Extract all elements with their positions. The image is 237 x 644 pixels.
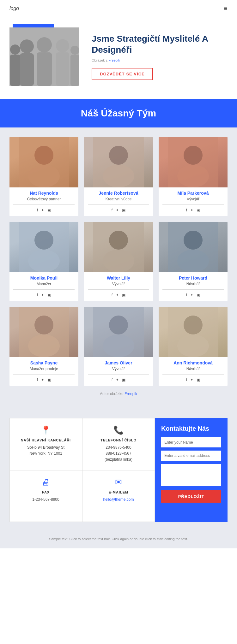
svg-rect-25: [103, 250, 134, 272]
twitter-icon[interactable]: ✦: [190, 293, 193, 297]
contact-name-input[interactable]: [161, 437, 221, 447]
svg-point-5: [56, 39, 69, 52]
team-member-role: Vývojář: [159, 197, 228, 201]
contact-info-grid: 📍 NAŠÍ HLAVNÍ KANCELÁŘI SoHo 94 Broadway…: [9, 418, 155, 522]
team-member-photo: [159, 137, 228, 187]
hamburger-icon[interactable]: ≡: [223, 4, 228, 13]
team-card: Míla Parkerová Vývojář f ✦ ▣: [159, 137, 228, 216]
contact-box-title: TELEFONNÍ ČÍSLO: [88, 438, 149, 442]
contact-box-icon: 📍: [15, 425, 77, 435]
facebook-icon[interactable]: f: [186, 378, 187, 382]
logo: logo: [9, 6, 19, 11]
svg-point-24: [109, 231, 128, 250]
instagram-icon[interactable]: ▣: [122, 208, 125, 212]
instagram-icon[interactable]: ▣: [122, 293, 125, 297]
team-member-name: Walter Lilly: [87, 275, 150, 281]
team-member-name: James Oliver: [87, 360, 150, 365]
contact-submit-button[interactable]: PŘEDLOŽIT: [161, 490, 221, 503]
instagram-icon[interactable]: ▣: [47, 293, 51, 297]
team-member-name: Ann Richmondová: [161, 360, 225, 365]
svg-rect-8: [10, 55, 20, 86]
svg-rect-19: [177, 165, 209, 187]
team-card-divider: [162, 374, 224, 375]
twitter-icon[interactable]: ✦: [116, 378, 119, 382]
svg-rect-34: [103, 334, 134, 357]
team-member-name: Monika Pouli: [12, 275, 76, 281]
twitter-icon[interactable]: ✦: [41, 378, 44, 382]
contact-email-input[interactable]: [161, 451, 221, 461]
team-card-divider: [88, 289, 149, 290]
team-card: Ann Richmondová Návrhář f ✦ ▣: [159, 307, 228, 386]
twitter-icon[interactable]: ✦: [190, 378, 193, 382]
hero-photo: [9, 27, 79, 86]
team-card-divider: [162, 289, 224, 290]
hero-source-link[interactable]: Freepik: [108, 58, 120, 62]
contact-box-icon: 📞: [88, 425, 149, 435]
svg-rect-4: [37, 52, 52, 86]
contact-info-box: ✉ E-MAILEM hello@theme.com: [82, 470, 155, 522]
contact-box-icon: 🖨: [15, 477, 77, 487]
hero-title: Jsme Strategičtí Myslitelé A Designéři: [92, 33, 228, 55]
twitter-icon[interactable]: ✦: [41, 208, 44, 212]
svg-point-27: [184, 231, 203, 250]
facebook-icon[interactable]: f: [112, 378, 112, 382]
contact-box-text: hello@theme.com: [88, 497, 149, 503]
instagram-icon[interactable]: ▣: [197, 208, 200, 212]
contact-section: 📍 NAŠÍ HLAVNÍ KANCELÁŘI SoHo 94 Broadway…: [0, 409, 237, 531]
team-section-title: Náš Úžasný Tým: [0, 108, 237, 127]
contact-box-text: SoHo 94 Broadway StNew York, NY 1001: [15, 445, 77, 457]
svg-point-21: [34, 231, 53, 250]
team-card-socials: f ✦ ▣: [9, 293, 78, 297]
contact-message-input[interactable]: [161, 464, 221, 486]
team-card-divider: [88, 204, 149, 205]
instagram-icon[interactable]: ▣: [197, 378, 200, 382]
facebook-icon[interactable]: f: [37, 378, 38, 382]
team-member-photo: [84, 137, 153, 187]
facebook-icon[interactable]: f: [37, 208, 38, 212]
team-member-role: Návrhář: [159, 282, 228, 286]
contact-info-box: 🖨 FAX 1-234-567-8900: [9, 470, 82, 522]
team-credit-link[interactable]: Freepik: [125, 392, 137, 396]
contact-form-title: Kontaktujte Nás: [161, 425, 221, 432]
svg-rect-31: [28, 334, 60, 357]
team-section: Nat Reynolds Celosvětový partner f ✦ ▣ J…: [0, 127, 237, 409]
twitter-icon[interactable]: ✦: [116, 208, 119, 212]
team-member-name: Sasha Payne: [12, 360, 76, 365]
hero-svg: [9, 27, 79, 86]
contact-email-link[interactable]: hello@theme.com: [103, 497, 134, 502]
svg-point-3: [37, 37, 52, 52]
team-member-role: Manažer prodeje: [9, 367, 78, 371]
facebook-icon[interactable]: f: [37, 293, 38, 297]
svg-rect-16: [103, 165, 134, 187]
footer-note: Sample text. Click to select the text bo…: [49, 537, 188, 541]
contact-box-title: NAŠÍ HLAVNÍ KANCELÁŘI: [15, 438, 77, 442]
instagram-icon[interactable]: ▣: [47, 378, 51, 382]
instagram-icon[interactable]: ▣: [47, 208, 51, 212]
twitter-icon[interactable]: ✦: [190, 208, 193, 212]
team-card: Monika Pouli Manažer f ✦ ▣: [9, 222, 78, 301]
team-card: James Oliver Vývojář f ✦ ▣: [84, 307, 153, 386]
facebook-icon[interactable]: f: [186, 293, 187, 297]
twitter-icon[interactable]: ✦: [116, 293, 119, 297]
team-credit: Autor obrázku Freepik: [9, 386, 228, 399]
team-card: Peter Howard Návrhář f ✦ ▣: [159, 222, 228, 301]
team-card-socials: f ✦ ▣: [159, 208, 228, 212]
facebook-icon[interactable]: f: [112, 208, 112, 212]
facebook-icon[interactable]: f: [186, 208, 187, 212]
team-member-role: Vývojář: [84, 367, 153, 371]
team-card-divider: [88, 374, 149, 375]
contact-box-text: 234-9876-5400888-0123-4567(bezplatná lin…: [88, 445, 149, 463]
instagram-icon[interactable]: ▣: [122, 378, 125, 382]
team-member-name: Peter Howard: [161, 275, 225, 281]
facebook-icon[interactable]: f: [112, 293, 112, 297]
contact-box-text: 1-234-567-8900: [15, 497, 77, 503]
instagram-icon[interactable]: ▣: [197, 293, 200, 297]
team-card: Walter Lilly Vývojář f ✦ ▣: [84, 222, 153, 301]
team-card-divider: [13, 289, 75, 290]
hero-learn-more-button[interactable]: DOZVĚDĚT SE VÍCE: [92, 68, 153, 80]
svg-rect-28: [177, 250, 209, 272]
contact-box-icon: ✉: [88, 477, 149, 487]
team-member-name: Míla Parkerová: [161, 191, 225, 196]
twitter-icon[interactable]: ✦: [41, 293, 44, 297]
svg-point-1: [20, 39, 34, 53]
